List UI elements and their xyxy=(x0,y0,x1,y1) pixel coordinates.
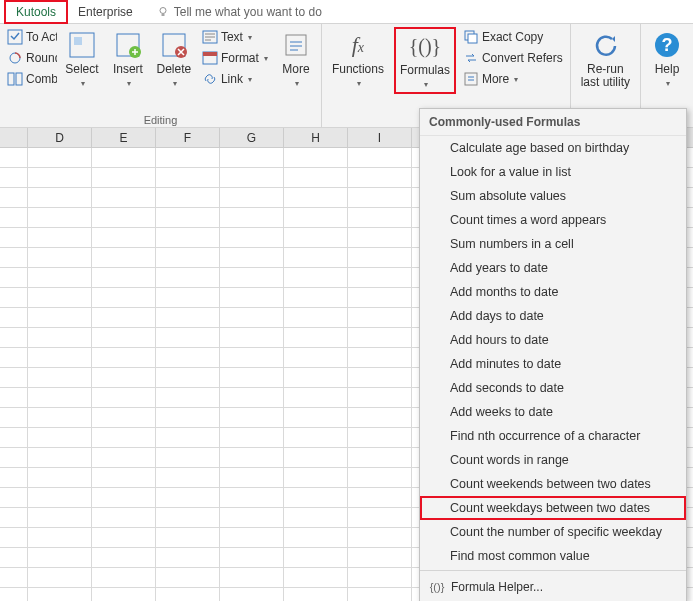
grid-cell[interactable] xyxy=(220,508,284,527)
grid-cell[interactable] xyxy=(284,488,348,507)
grid-cell[interactable] xyxy=(92,448,156,467)
grid-cell[interactable] xyxy=(0,348,28,367)
grid-cell[interactable] xyxy=(92,148,156,167)
tab-kutools[interactable]: Kutools xyxy=(4,0,68,24)
grid-cell[interactable] xyxy=(284,468,348,487)
grid-cell[interactable] xyxy=(220,328,284,347)
grid-cell[interactable] xyxy=(284,228,348,247)
grid-cell[interactable] xyxy=(284,168,348,187)
grid-cell[interactable] xyxy=(284,308,348,327)
grid-cell[interactable] xyxy=(28,468,92,487)
grid-cell[interactable] xyxy=(0,308,28,327)
grid-cell[interactable] xyxy=(0,528,28,547)
grid-cell[interactable] xyxy=(28,548,92,567)
grid-cell[interactable] xyxy=(92,388,156,407)
grid-cell[interactable] xyxy=(0,168,28,187)
grid-cell[interactable] xyxy=(92,488,156,507)
grid-cell[interactable] xyxy=(156,188,220,207)
grid-cell[interactable] xyxy=(220,288,284,307)
col-header[interactable]: H xyxy=(284,128,348,147)
dropdown-item[interactable]: Find most common value xyxy=(420,544,686,568)
grid-cell[interactable] xyxy=(92,228,156,247)
grid-cell[interactable] xyxy=(92,428,156,447)
col-header[interactable]: G xyxy=(220,128,284,147)
grid-cell[interactable] xyxy=(92,548,156,567)
grid-cell[interactable] xyxy=(28,148,92,167)
grid-cell[interactable] xyxy=(284,188,348,207)
grid-cell[interactable] xyxy=(284,548,348,567)
grid-cell[interactable] xyxy=(156,548,220,567)
grid-cell[interactable] xyxy=(348,588,412,601)
grid-cell[interactable] xyxy=(284,268,348,287)
more2-button[interactable]: More▾ xyxy=(460,69,566,89)
grid-cell[interactable] xyxy=(92,188,156,207)
grid-cell[interactable] xyxy=(220,168,284,187)
grid-cell[interactable] xyxy=(0,508,28,527)
grid-cell[interactable] xyxy=(220,548,284,567)
dropdown-item[interactable]: Add seconds to date xyxy=(420,376,686,400)
grid-cell[interactable] xyxy=(92,208,156,227)
grid-cell[interactable] xyxy=(220,208,284,227)
grid-cell[interactable] xyxy=(92,368,156,387)
dropdown-item[interactable]: Calculate age based on birthday xyxy=(420,136,686,160)
grid-cell[interactable] xyxy=(156,308,220,327)
dropdown-item[interactable]: Count weekdays between two dates xyxy=(420,496,686,520)
grid-cell[interactable] xyxy=(28,488,92,507)
grid-cell[interactable] xyxy=(0,448,28,467)
grid-cell[interactable] xyxy=(348,428,412,447)
dropdown-item[interactable]: Sum numbers in a cell xyxy=(420,232,686,256)
grid-cell[interactable] xyxy=(284,448,348,467)
grid-cell[interactable] xyxy=(348,248,412,267)
grid-cell[interactable] xyxy=(156,148,220,167)
grid-cell[interactable] xyxy=(220,248,284,267)
grid-cell[interactable] xyxy=(156,528,220,547)
col-header[interactable]: I xyxy=(348,128,412,147)
grid-cell[interactable] xyxy=(348,308,412,327)
delete-button[interactable]: Delete▾ xyxy=(153,27,195,92)
grid-cell[interactable] xyxy=(348,528,412,547)
grid-cell[interactable] xyxy=(284,248,348,267)
dropdown-item[interactable]: Count times a word appears xyxy=(420,208,686,232)
grid-cell[interactable] xyxy=(284,568,348,587)
grid-cell[interactable] xyxy=(156,208,220,227)
grid-cell[interactable] xyxy=(0,568,28,587)
formulas-button[interactable]: {()} Formulas▾ xyxy=(394,27,456,94)
grid-cell[interactable] xyxy=(156,448,220,467)
grid-cell[interactable] xyxy=(92,168,156,187)
grid-cell[interactable] xyxy=(156,408,220,427)
grid-cell[interactable] xyxy=(220,148,284,167)
tab-enterprise[interactable]: Enterprise xyxy=(68,2,143,22)
grid-cell[interactable] xyxy=(28,208,92,227)
grid-cell[interactable] xyxy=(0,188,28,207)
formula-helper-item[interactable]: {()} Formula Helper... xyxy=(420,573,686,601)
grid-cell[interactable] xyxy=(284,368,348,387)
grid-cell[interactable] xyxy=(284,428,348,447)
grid-cell[interactable] xyxy=(284,588,348,601)
grid-cell[interactable] xyxy=(0,408,28,427)
grid-cell[interactable] xyxy=(348,548,412,567)
grid-cell[interactable] xyxy=(92,508,156,527)
grid-cell[interactable] xyxy=(156,488,220,507)
combine-button[interactable]: Combine xyxy=(4,69,57,89)
grid-cell[interactable] xyxy=(0,268,28,287)
to-actual-button[interactable]: To Actual xyxy=(4,27,57,47)
grid-cell[interactable] xyxy=(28,568,92,587)
grid-cell[interactable] xyxy=(348,568,412,587)
grid-cell[interactable] xyxy=(28,308,92,327)
grid-cell[interactable] xyxy=(348,268,412,287)
dropdown-item[interactable]: Count weekends between two dates xyxy=(420,472,686,496)
dropdown-item[interactable]: Count the number of specific weekday xyxy=(420,520,686,544)
grid-cell[interactable] xyxy=(348,508,412,527)
grid-cell[interactable] xyxy=(28,188,92,207)
grid-cell[interactable] xyxy=(220,448,284,467)
more-button[interactable]: More▾ xyxy=(275,27,317,92)
grid-cell[interactable] xyxy=(220,408,284,427)
format-button[interactable]: Format▾ xyxy=(199,48,271,68)
grid-cell[interactable] xyxy=(220,188,284,207)
grid-cell[interactable] xyxy=(28,348,92,367)
grid-cell[interactable] xyxy=(220,588,284,601)
help-button[interactable]: ? Help▾ xyxy=(645,27,689,92)
grid-cell[interactable] xyxy=(284,408,348,427)
grid-cell[interactable] xyxy=(92,288,156,307)
convert-refers-button[interactable]: Convert Refers xyxy=(460,48,566,68)
